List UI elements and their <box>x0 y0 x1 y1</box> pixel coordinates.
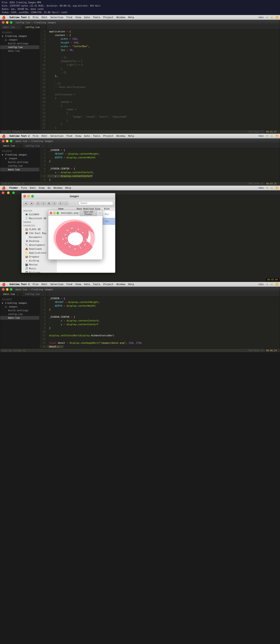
menu-view-1[interactable]: View <box>75 16 81 19</box>
finder-sidebar-movies[interactable]: 🎬 Movies <box>22 262 56 266</box>
menu-edit-4[interactable]: Edit <box>42 283 47 286</box>
finder-close[interactable] <box>23 195 26 198</box>
tab-close-config-1[interactable]: ✕ <box>42 26 44 28</box>
menu-find-2[interactable]: Find <box>66 134 72 138</box>
finder-view-list[interactable]: ≡ <box>41 201 46 205</box>
menu-help-3[interactable]: Help <box>65 186 71 189</box>
menu-project-1[interactable]: Project <box>103 16 113 19</box>
tab-main-lua-1[interactable]: main.lua ✕ <box>0 25 22 30</box>
menu-tools-2[interactable]: Tools <box>93 134 100 138</box>
apple-logo-4[interactable]: 🍎 <box>2 283 6 286</box>
menu-goto-2[interactable]: Goto <box>84 134 90 138</box>
menu-view-2[interactable]: View <box>75 134 81 138</box>
sidebar-item-build-2[interactable]: build.settings <box>0 160 39 164</box>
tab-main-lua-2[interactable]: main.lua ✕ <box>0 144 22 148</box>
tab-close-main-1[interactable]: ✕ <box>18 26 19 28</box>
preview-minimize[interactable] <box>53 212 55 214</box>
tab-close-main-2[interactable]: ✕ <box>18 145 19 147</box>
menu-selection-4[interactable]: Selection <box>50 283 64 286</box>
menu-help-1[interactable]: Help <box>128 16 134 19</box>
sidebar-item-images-2[interactable]: ▶ images <box>0 156 39 160</box>
minimize-button-2[interactable] <box>6 140 9 142</box>
menu-tools-1[interactable]: Tools <box>93 16 100 19</box>
apple-logo-3[interactable]: 🍎 <box>2 186 6 190</box>
menu-selection-1[interactable]: Selection <box>50 16 64 19</box>
finder-maximize[interactable] <box>31 195 34 198</box>
menu-view-3[interactable]: View <box>39 186 45 189</box>
close-button-2[interactable] <box>2 140 5 142</box>
menu-file-2[interactable]: File <box>33 134 39 138</box>
tab-close-config-4[interactable]: ✕ <box>42 293 44 295</box>
menu-tools-4[interactable]: Tools <box>93 283 100 286</box>
minimize-button-4[interactable] <box>6 288 9 291</box>
menu-selection-2[interactable]: Selection <box>50 134 64 138</box>
finder-view-cov[interactable]: ⊡ <box>52 201 57 205</box>
sublime-body-2: FOLDERS ▼ Creating images ▶ images build… <box>0 148 280 182</box>
apple-logo-2[interactable]: 🍎 <box>2 134 6 138</box>
menu-find-4[interactable]: Find <box>66 283 72 286</box>
preview-close[interactable] <box>50 212 52 214</box>
menu-window-2[interactable]: Window <box>116 134 125 138</box>
finder-action-btn[interactable]: ⚙ <box>58 201 63 205</box>
cursor-pos-4: Line 14, Column 11 <box>2 349 26 352</box>
menu-window-3[interactable]: Window <box>54 186 62 189</box>
sidebar-item-config-2[interactable]: config.lua <box>0 164 39 168</box>
menu-edit-3[interactable]: Edit <box>30 186 36 189</box>
menu-project-2[interactable]: Project <box>103 134 113 138</box>
menu-view-4[interactable]: View <box>75 283 81 286</box>
menu-file-1[interactable]: File <box>33 16 39 19</box>
finder-sidebar-music[interactable]: 🎵 Music <box>22 266 56 270</box>
finder-minimize[interactable] <box>27 195 30 198</box>
sidebar-item-images-4[interactable]: ▶ images <box>0 305 39 308</box>
tab-config-lua-2[interactable]: config.lua ✕ <box>22 144 47 148</box>
menu-goto-4[interactable]: Goto <box>84 283 90 286</box>
sidebar-item-creating-images-1[interactable]: ▼ Creating images <box>0 34 39 38</box>
menu-find-1[interactable]: Find <box>66 16 72 19</box>
sidebar-item-main-2[interactable]: main.lua <box>0 168 39 172</box>
sidebar-item-main-1[interactable]: main.lua <box>0 49 39 53</box>
menubar-right-3: hdez ⌨ 🔋 📶 <box>259 187 278 189</box>
menu-project-4[interactable]: Project <box>103 283 113 286</box>
maximize-button-1[interactable] <box>10 21 13 24</box>
finder-sidebar-pictures[interactable]: 🖼 Pictures <box>22 270 56 272</box>
finder-share-btn[interactable]: ↑ <box>64 201 68 205</box>
preview-share-icon[interactable]: ↑ <box>99 212 101 214</box>
sidebar-item-creating-images-4[interactable]: ▼ Creating images <box>0 301 39 305</box>
maximize-button-2[interactable] <box>10 140 13 142</box>
close-button-1[interactable] <box>2 21 5 24</box>
close-button-4[interactable] <box>2 288 5 291</box>
sidebar-item-build-1[interactable]: build.settings <box>0 42 39 45</box>
sidebar-item-config-1[interactable]: config.lua <box>0 45 39 49</box>
maximize-button-4[interactable] <box>10 288 13 291</box>
tab-config-lua-4[interactable]: config.lua ✕ <box>22 292 47 296</box>
menu-file-3[interactable]: File <box>21 186 27 189</box>
menu-go-3[interactable]: Go <box>48 186 50 189</box>
menu-window-4[interactable]: Window <box>116 283 125 286</box>
tab-close-config-2[interactable]: ✕ <box>42 145 44 147</box>
menu-file-4[interactable]: File <box>33 283 39 286</box>
menu-help-2[interactable]: Help <box>128 134 134 138</box>
menu-help-4[interactable]: Help <box>128 283 134 286</box>
sidebar-item-build-4[interactable]: build.settings <box>0 308 39 312</box>
menu-edit-1[interactable]: Edit <box>42 16 47 19</box>
menu-goto-1[interactable]: Goto <box>84 16 90 19</box>
finder-back-btn[interactable]: ◀ <box>23 201 28 205</box>
tab-close-main-4[interactable]: ✕ <box>18 293 19 295</box>
finder-view-col[interactable]: ▤ <box>47 201 51 205</box>
menu-window-1[interactable]: Window <box>116 16 125 19</box>
tab-main-lua-4[interactable]: main.lua ✕ <box>0 292 22 296</box>
apple-logo-1[interactable]: 🍎 <box>2 16 6 19</box>
sidebar-item-main-4[interactable]: main.lua <box>0 316 39 320</box>
tab-config-lua-1[interactable]: config.lua ✕ <box>22 25 47 30</box>
menu-edit-2[interactable]: Edit <box>42 134 47 138</box>
sidebar-item-creating-images-2[interactable]: ▼ Creating images <box>0 153 39 156</box>
finder-view-icon[interactable]: ⊞ <box>36 201 40 205</box>
preview-open-btn[interactable]: Open with Preview <box>80 210 97 216</box>
sidebar-item-config-4[interactable]: config.lua <box>0 312 39 316</box>
code-line-16: 16 -- Push notifications <box>40 85 280 89</box>
preview-maximize[interactable] <box>57 212 59 214</box>
minimize-button-1[interactable] <box>6 21 9 24</box>
finder-fwd-btn[interactable]: ▶ <box>30 201 34 205</box>
finder-search-input[interactable] <box>78 201 113 205</box>
sidebar-item-images-1[interactable]: ▶ images <box>0 38 39 42</box>
